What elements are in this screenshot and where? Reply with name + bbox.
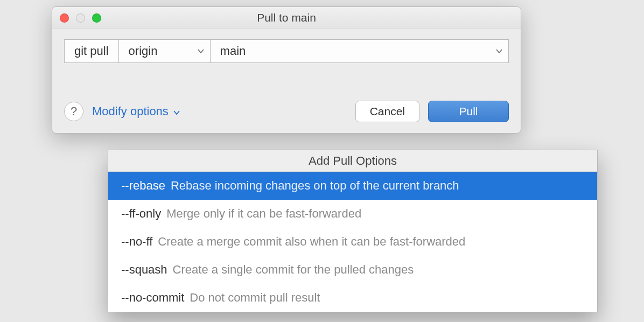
popup-item[interactable]: --squashCreate a single commit for the p… bbox=[108, 256, 597, 284]
pull-options-popup: Add Pull Options --rebaseRebase incoming… bbox=[108, 150, 598, 312]
option-flag: --rebase bbox=[121, 179, 165, 193]
option-desc: Create a single commit for the pulled ch… bbox=[173, 263, 414, 277]
pull-label: Pull bbox=[459, 105, 478, 118]
option-desc: Do not commit pull result bbox=[190, 291, 320, 305]
popup-item[interactable]: --no-commitDo not commit pull result bbox=[108, 284, 597, 312]
modify-options-label: Modify options bbox=[92, 104, 169, 118]
popup-header: Add Pull Options bbox=[108, 150, 597, 172]
cancel-label: Cancel bbox=[370, 105, 405, 118]
help-icon: ? bbox=[71, 104, 77, 118]
traffic-lights bbox=[60, 13, 101, 23]
dialog-title: Pull to main bbox=[257, 11, 316, 24]
help-button[interactable]: ? bbox=[64, 102, 83, 121]
branch-select[interactable]: main bbox=[210, 39, 509, 63]
popup-items: --rebaseRebase incoming changes on top o… bbox=[108, 172, 597, 312]
branch-value: main bbox=[220, 44, 495, 58]
pull-button[interactable]: Pull bbox=[428, 101, 509, 122]
chevron-down-icon bbox=[197, 47, 205, 55]
command-row: git pull origin main bbox=[64, 39, 509, 63]
pull-dialog: Pull to main git pull origin main ? bbox=[52, 6, 521, 134]
option-flag: --no-ff bbox=[121, 235, 152, 249]
option-flag: --squash bbox=[121, 263, 167, 277]
remote-select[interactable]: origin bbox=[118, 39, 210, 63]
command-label: git pull bbox=[64, 39, 118, 63]
close-icon[interactable] bbox=[60, 13, 69, 23]
minimize-icon bbox=[76, 13, 85, 23]
titlebar: Pull to main bbox=[52, 7, 521, 29]
option-flag: --ff-only bbox=[121, 207, 161, 221]
cancel-button[interactable]: Cancel bbox=[355, 101, 419, 122]
option-desc: Create a merge commit also when it can b… bbox=[158, 235, 465, 249]
chevron-down-icon bbox=[495, 47, 503, 55]
dialog-content: git pull origin main ? Modify options bbox=[52, 29, 521, 133]
option-desc: Merge only if it can be fast-forwarded bbox=[166, 207, 361, 221]
popup-item[interactable]: --rebaseRebase incoming changes on top o… bbox=[108, 172, 597, 200]
dialog-footer: ? Modify options Cancel Pull bbox=[64, 101, 509, 122]
modify-options-link[interactable]: Modify options bbox=[92, 104, 180, 118]
popup-item[interactable]: --ff-onlyMerge only if it can be fast-fo… bbox=[108, 200, 597, 228]
option-desc: Rebase incoming changes on top of the cu… bbox=[171, 179, 459, 193]
chevron-down-icon bbox=[173, 109, 180, 116]
remote-value: origin bbox=[129, 44, 197, 58]
popup-item[interactable]: --no-ffCreate a merge commit also when i… bbox=[108, 228, 597, 256]
option-flag: --no-commit bbox=[121, 291, 184, 305]
maximize-icon[interactable] bbox=[92, 13, 101, 23]
